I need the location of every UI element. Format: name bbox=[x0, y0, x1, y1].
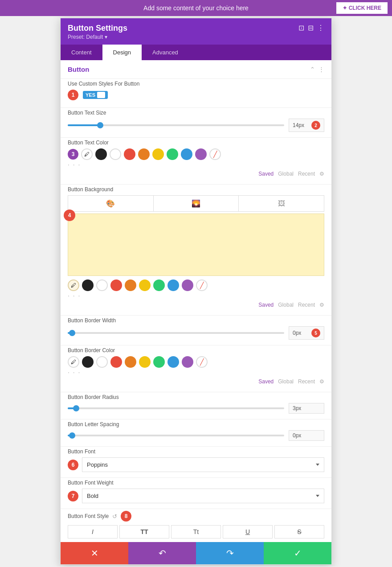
bg-color-yellow[interactable] bbox=[139, 279, 151, 291]
text-size-track[interactable] bbox=[68, 124, 284, 126]
modal-title: Button Settings bbox=[68, 24, 127, 33]
eyedropper-1[interactable]: 🖊 bbox=[81, 148, 93, 160]
click-here-button[interactable]: ✦ CLICK HERE bbox=[336, 2, 388, 14]
border-color-red[interactable] bbox=[110, 356, 122, 368]
saved-label-bg[interactable]: Saved bbox=[258, 302, 274, 308]
color-dots-border[interactable]: · · · bbox=[68, 368, 324, 377]
letter-spacing-value: 0px bbox=[293, 432, 301, 439]
tab-design[interactable]: Design bbox=[102, 45, 142, 60]
modal-header: Button Settings Preset: Default ▾ ⊡ ⊟ ⋮ bbox=[61, 18, 331, 45]
border-color-blue[interactable] bbox=[167, 356, 179, 368]
border-color-white[interactable] bbox=[96, 356, 108, 368]
letter-spacing-track[interactable] bbox=[68, 435, 284, 436]
text-color-swatches: 3 🖊 ╱ bbox=[68, 148, 324, 160]
modal-preset[interactable]: Preset: Default ▾ bbox=[68, 34, 127, 40]
font-style-strikethrough[interactable]: S bbox=[274, 525, 324, 538]
bg-color-orange[interactable] bbox=[125, 279, 136, 291]
fullscreen-icon[interactable]: ⊡ bbox=[298, 24, 304, 32]
reset-icon[interactable]: ↺ bbox=[112, 513, 117, 520]
font-style-italic[interactable]: I bbox=[68, 525, 118, 538]
color-slash-border[interactable]: ╱ bbox=[196, 356, 208, 368]
font-weight-select[interactable]: Bold Normal Light Extra Bold bbox=[82, 489, 324, 503]
redo-button[interactable]: ↷ bbox=[196, 542, 264, 564]
color-slash-bg[interactable]: ╱ bbox=[196, 279, 208, 291]
bg-type-tabs: 🎨 🌄 🖼 bbox=[68, 195, 324, 212]
recent-label-border[interactable]: Recent bbox=[298, 378, 315, 385]
tab-advanced[interactable]: Advanced bbox=[142, 45, 189, 60]
saved-label-1[interactable]: Saved bbox=[258, 171, 274, 177]
custom-styles-field: Use Custom Styles For Button 1 YES bbox=[61, 81, 331, 106]
color-blue-1[interactable] bbox=[181, 148, 192, 160]
color-black-1[interactable] bbox=[95, 148, 107, 160]
bg-color-purple[interactable] bbox=[182, 279, 193, 291]
border-width-slider-row: 0px 5 bbox=[68, 326, 324, 340]
section-controls: ⌃ ⋮ bbox=[310, 66, 324, 73]
global-label-1[interactable]: Global bbox=[278, 171, 294, 177]
undo-button[interactable]: ↶ bbox=[128, 542, 196, 564]
border-color-green[interactable] bbox=[153, 356, 165, 368]
bg-color-white[interactable] bbox=[96, 279, 108, 291]
modal-footer: ✕ ↶ ↷ ✓ bbox=[61, 542, 331, 564]
badge-2: 2 bbox=[311, 121, 320, 130]
saved-label-border[interactable]: Saved bbox=[258, 378, 274, 385]
text-size-label: Button Text Size bbox=[68, 110, 324, 116]
color-slash-1[interactable]: ╱ bbox=[209, 148, 221, 160]
border-radius-thumb[interactable] bbox=[73, 405, 79, 411]
border-radius-track[interactable] bbox=[68, 407, 284, 409]
font-style-underline[interactable]: U bbox=[223, 525, 273, 538]
top-banner: Add some content of your choice here ✦ C… bbox=[0, 0, 392, 16]
gear-icon-border[interactable]: ⚙ bbox=[319, 378, 324, 385]
recent-label-bg[interactable]: Recent bbox=[298, 302, 315, 308]
bg-color-black[interactable] bbox=[82, 279, 94, 291]
color-white-1[interactable] bbox=[110, 148, 121, 160]
border-color-purple[interactable] bbox=[182, 356, 193, 368]
eyedropper-bg[interactable]: 🖊 bbox=[68, 279, 79, 291]
eyedropper-border[interactable]: 🖊 bbox=[68, 356, 79, 368]
gear-icon-1[interactable]: ⚙ bbox=[319, 171, 324, 177]
color-dots-bg[interactable]: · · · bbox=[68, 291, 324, 300]
global-label-border[interactable]: Global bbox=[278, 378, 294, 385]
bg-tab-gradient[interactable]: 🌄 bbox=[154, 196, 239, 211]
color-dots-1[interactable]: · · · bbox=[68, 160, 324, 169]
text-size-value: 14px bbox=[293, 122, 304, 128]
bg-color-blue[interactable] bbox=[167, 279, 179, 291]
global-label-bg[interactable]: Global bbox=[278, 302, 294, 308]
bg-tab-image[interactable]: 🖼 bbox=[239, 196, 324, 211]
collapse-icon[interactable]: ⌃ bbox=[310, 66, 315, 73]
font-style-uppercase[interactable]: TT bbox=[119, 525, 169, 538]
bg-tab-color[interactable]: 🎨 bbox=[68, 196, 154, 211]
font-select[interactable]: Poppins Arial Helvetica Georgia bbox=[82, 457, 324, 472]
border-width-track[interactable] bbox=[68, 332, 284, 334]
border-width-thumb[interactable] bbox=[69, 330, 75, 336]
color-purple-1[interactable] bbox=[195, 148, 207, 160]
gear-icon-bg[interactable]: ⚙ bbox=[319, 302, 324, 308]
font-weight-field: Button Font Weight 7 Bold Normal Light E… bbox=[61, 480, 331, 507]
more-icon[interactable]: ⋮ bbox=[317, 24, 324, 32]
text-color-field: Button Text Color 3 🖊 ╱ · · · Saved bbox=[61, 140, 331, 182]
border-color-yellow[interactable] bbox=[139, 356, 151, 368]
save-button[interactable]: ✓ bbox=[264, 542, 331, 564]
bg-color-green[interactable] bbox=[153, 279, 165, 291]
bg-color-red[interactable] bbox=[110, 279, 122, 291]
section-more-icon[interactable]: ⋮ bbox=[318, 66, 324, 73]
badge-1: 1 bbox=[68, 90, 78, 100]
letter-spacing-thumb[interactable] bbox=[69, 432, 75, 439]
modal-container: Button Settings Preset: Default ▾ ⊡ ⊟ ⋮ … bbox=[60, 18, 332, 565]
border-color-orange[interactable] bbox=[125, 356, 136, 368]
border-width-value-box: 0px 5 bbox=[289, 326, 324, 340]
color-orange-1[interactable] bbox=[138, 148, 150, 160]
font-style-field: Button Font Style ↺ 8 I TT Tt U S bbox=[61, 511, 331, 542]
split-icon[interactable]: ⊟ bbox=[308, 24, 314, 32]
color-green-1[interactable] bbox=[167, 148, 178, 160]
border-radius-value: 3px bbox=[293, 405, 301, 411]
color-red-1[interactable] bbox=[124, 148, 135, 160]
badge-5: 5 bbox=[311, 329, 320, 337]
recent-label-1[interactable]: Recent bbox=[298, 171, 315, 177]
text-size-thumb[interactable] bbox=[97, 122, 103, 128]
tab-content[interactable]: Content bbox=[61, 45, 102, 60]
font-style-capitalize[interactable]: Tt bbox=[171, 525, 221, 538]
cancel-button[interactable]: ✕ bbox=[61, 542, 128, 564]
custom-styles-toggle[interactable]: YES bbox=[83, 91, 108, 99]
border-color-black[interactable] bbox=[82, 356, 94, 368]
color-yellow-1[interactable] bbox=[152, 148, 164, 160]
